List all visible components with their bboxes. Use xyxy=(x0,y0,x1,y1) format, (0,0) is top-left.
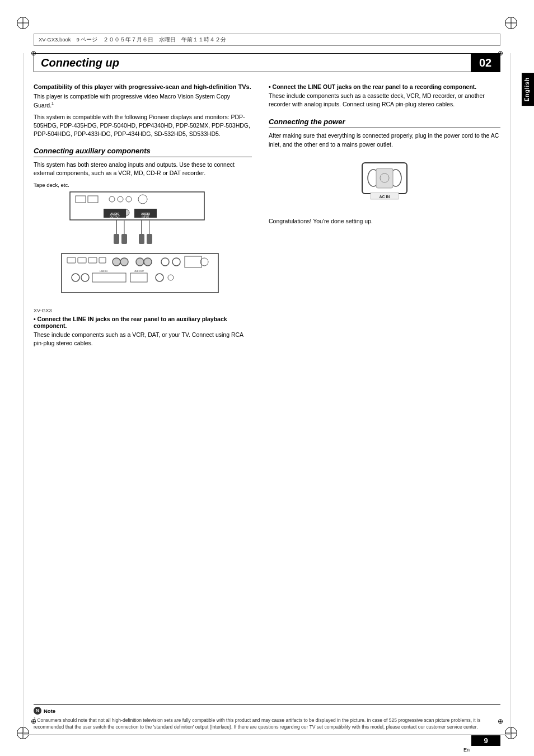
note-icon: N xyxy=(34,707,41,715)
file-info: XV-GX3.book 9 ページ ２００５年７月６日 水曜日 午前１１時４２分 xyxy=(39,36,226,44)
bullet2-heading: • Connect the LINE OUT jacks on the rear… xyxy=(269,83,500,90)
ac-inlet-svg: AC IN xyxy=(340,154,429,210)
reg-mark-tl xyxy=(17,17,29,29)
svg-point-33 xyxy=(144,258,152,266)
svg-point-39 xyxy=(81,274,89,281)
ac-inlet-diagram: AC IN xyxy=(269,154,500,212)
left-border xyxy=(24,53,24,734)
svg-text:LINE IN: LINE IN xyxy=(100,270,107,273)
file-header: XV-GX3.book 9 ページ ２００５年７月６日 水曜日 午前１１時４２分 xyxy=(34,34,500,46)
compatibility-p1: This player is compatible with progressi… xyxy=(34,92,252,110)
svg-point-30 xyxy=(113,258,120,266)
svg-rect-23 xyxy=(139,234,144,244)
svg-rect-26 xyxy=(67,257,76,263)
note-label: N Note xyxy=(34,707,500,715)
chapter-number: 02 xyxy=(471,54,500,72)
bullet2-text: These include components such as a casse… xyxy=(269,92,500,109)
reg-mark-br xyxy=(505,727,517,739)
diagram-area: Tape deck, etc. xyxy=(34,182,252,313)
chapter-title: Connecting up xyxy=(34,54,471,72)
svg-rect-21 xyxy=(114,234,119,244)
svg-rect-41 xyxy=(130,273,147,282)
connection-diagram: AUDIO OUTPUT AUDIO INPUT xyxy=(53,189,232,307)
svg-text:INPUT: INPUT xyxy=(142,215,149,218)
svg-point-43 xyxy=(168,275,174,280)
main-content: Connecting up 02 Compatibility of this p… xyxy=(34,53,500,722)
svg-rect-40 xyxy=(92,273,126,282)
bullet1-text: These include components such as a VCR, … xyxy=(34,331,252,348)
language-tab: English xyxy=(522,73,534,106)
svg-text:LINE OUT: LINE OUT xyxy=(134,270,144,273)
compatibility-p2: This system is compatible with the follo… xyxy=(34,113,252,139)
svg-point-3 xyxy=(109,196,115,202)
svg-rect-24 xyxy=(147,234,152,244)
svg-point-5 xyxy=(126,196,132,202)
compatibility-section: Compatibility of this player with progre… xyxy=(34,83,252,139)
right-border xyxy=(510,53,510,734)
svg-rect-1 xyxy=(76,196,86,203)
svg-point-31 xyxy=(120,258,128,266)
device-label: XV-GX3 xyxy=(34,308,252,313)
bullet-item-1: • Connect the LINE IN jacks on the rear … xyxy=(34,316,252,348)
bottom-border xyxy=(24,734,510,735)
svg-rect-36 xyxy=(185,256,202,267)
svg-rect-2 xyxy=(88,196,98,203)
svg-rect-29 xyxy=(99,257,106,263)
aux-section: Connecting auxiliary components This sys… xyxy=(34,147,252,348)
bullet-item-2: • Connect the LINE OUT jacks on the rear… xyxy=(269,83,500,109)
congratulations: Congratulations! You're done setting up. xyxy=(269,217,500,226)
bullet1-heading: • Connect the LINE IN jacks on the rear … xyxy=(34,316,252,329)
content-columns: Compatibility of this player with progre… xyxy=(34,83,500,356)
language-code: En xyxy=(463,747,470,753)
title-bar: Connecting up 02 xyxy=(34,53,500,72)
svg-text:OUTPUT: OUTPUT xyxy=(110,215,120,218)
svg-point-32 xyxy=(136,258,144,266)
note-section: N Note 1 Consumers should note that not … xyxy=(34,704,500,734)
page-number: 9 xyxy=(471,735,500,746)
right-column: • Connect the LINE OUT jacks on the rear… xyxy=(269,83,500,356)
svg-point-42 xyxy=(156,274,163,281)
aux-p1: This system has both stereo analog input… xyxy=(34,161,252,177)
aux-heading: Connecting auxiliary components xyxy=(34,147,252,157)
svg-point-4 xyxy=(118,196,123,202)
svg-text:AC IN: AC IN xyxy=(379,195,390,199)
power-section: Connecting the power After making sure t… xyxy=(269,118,500,226)
reg-mark-bl xyxy=(17,727,29,739)
left-column: Compatibility of this player with progre… xyxy=(34,83,252,356)
note-text: 1 Consumers should note that not all hig… xyxy=(34,716,500,730)
reg-mark-tr xyxy=(505,17,517,29)
svg-point-34 xyxy=(161,258,169,266)
svg-point-38 xyxy=(72,274,79,281)
power-heading: Connecting the power xyxy=(269,118,500,128)
compatibility-heading: Compatibility of this player with progre… xyxy=(34,83,252,90)
svg-rect-22 xyxy=(121,234,127,244)
diagram-label: Tape deck, etc. xyxy=(34,182,252,188)
svg-rect-28 xyxy=(88,257,97,263)
svg-point-6 xyxy=(138,195,147,204)
svg-point-35 xyxy=(172,258,180,266)
svg-rect-27 xyxy=(78,257,86,263)
svg-rect-49 xyxy=(376,168,393,188)
power-p1: After making sure that everything is con… xyxy=(269,132,500,148)
